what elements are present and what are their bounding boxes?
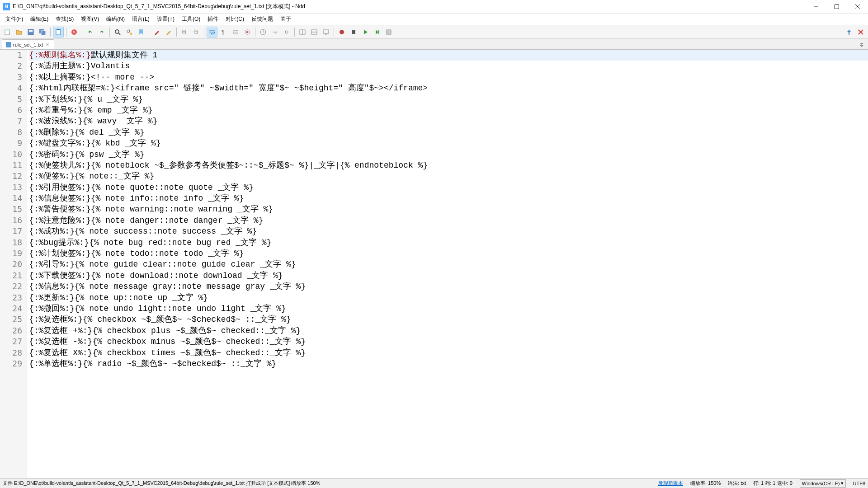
svg-rect-1 — [835, 5, 839, 9]
find-icon[interactable] — [112, 27, 123, 38]
tab-close-icon[interactable]: × — [45, 42, 50, 47]
svg-rect-18 — [130, 33, 132, 35]
svg-rect-11 — [57, 29, 60, 30]
code-line[interactable]: {:%便签块儿%:}{% noteblock ~$_参数参考各类便签$~::~$… — [29, 160, 868, 171]
svg-text:¶: ¶ — [222, 29, 224, 35]
macro-save-icon[interactable] — [383, 27, 394, 38]
menu-compare[interactable]: 对比(C) — [222, 14, 248, 24]
code-line[interactable]: {:%复选框 -%:}{% checkbox minus ~$_颜色$~ che… — [29, 336, 868, 347]
zoom-out-icon[interactable] — [191, 27, 202, 38]
undo-icon[interactable] — [85, 27, 95, 38]
menu-feedback[interactable]: 反馈问题 — [248, 14, 277, 24]
menu-plugins[interactable]: 插件 — [204, 14, 222, 24]
code-line[interactable]: {:%单选框%:}{% radio ~$_颜色$~ ~$checked$~ ::… — [29, 358, 868, 369]
open-file-icon[interactable] — [14, 27, 24, 38]
code-line[interactable]: {:%适用主题%:}Volantis — [29, 61, 868, 71]
svg-rect-5 — [5, 29, 9, 31]
macro-record-icon[interactable] — [336, 27, 347, 38]
code-line[interactable]: {:%更新%:}{% note up::note up _文字 %} — [29, 292, 868, 303]
split-v-icon[interactable] — [309, 27, 320, 38]
close-button[interactable] — [847, 0, 868, 13]
bookmark-icon[interactable] — [136, 27, 146, 38]
code-line[interactable]: {:%着重号%:}{% emp _文字 %} — [29, 105, 868, 116]
code-line[interactable]: {:%规则集名%:}默认规则集文件 1 — [29, 50, 868, 61]
close-tab-icon[interactable] — [69, 27, 80, 38]
code-line[interactable]: {:%下载便签%:}{% note download::note downloa… — [29, 270, 868, 281]
save-all-icon[interactable] — [37, 27, 48, 38]
svg-line-23 — [185, 33, 187, 34]
zoom-level: 缩放率: 150% — [690, 480, 721, 487]
monitor-icon[interactable] — [321, 27, 331, 38]
code-area[interactable]: {:%规则集名%:}默认规则集文件 1{:%适用主题%:}Volantis{:%… — [27, 50, 868, 478]
word-wrap-icon[interactable] — [207, 27, 217, 38]
clipboard-icon[interactable] — [53, 27, 64, 38]
code-line[interactable]: {:%密码%:}{% psw _文字 %} — [29, 149, 868, 160]
menu-file[interactable]: 文件(F) — [2, 14, 27, 24]
code-line[interactable]: {:%bug提示%:}{% note bug red::note bug red… — [29, 237, 868, 248]
split-h-icon[interactable] — [297, 27, 308, 38]
save-icon[interactable] — [25, 27, 36, 38]
code-line[interactable]: {:%复选框%:}{% checkbox ~$_颜色$~ ~$checked$~… — [29, 314, 868, 325]
pin-icon[interactable] — [844, 27, 854, 38]
code-line[interactable]: {:%计划便签%:}{% note todo::note todo _文字 %} — [29, 248, 868, 259]
svg-point-34 — [246, 31, 248, 33]
collapse-icon[interactable] — [857, 40, 866, 49]
clock-icon[interactable] — [258, 27, 269, 38]
replace-icon[interactable] — [124, 27, 135, 38]
arrow-right-icon[interactable] — [269, 27, 280, 38]
close-all-icon[interactable] — [855, 27, 866, 38]
code-line[interactable]: {:%html内联框架=%:}<iframe src="_链接" ~$width… — [29, 83, 868, 94]
update-link[interactable]: 发现新版本 — [658, 480, 683, 487]
menu-settings[interactable]: 设置(T) — [153, 14, 178, 24]
menu-encoding[interactable]: 编码(N) — [103, 14, 128, 24]
code-line[interactable]: {:%复选框 +%:}{% checkbox plus ~$_颜色$~ chec… — [29, 325, 868, 336]
svg-rect-47 — [387, 30, 391, 34]
code-line[interactable]: {:%信息便签%:}{% note info::note info _文字 %} — [29, 193, 868, 204]
code-line[interactable]: {:%信息%:}{% note message gray::note messa… — [29, 281, 868, 292]
code-line[interactable]: {:%复选框 X%:}{% checkbox times ~$_颜色$~ che… — [29, 347, 868, 358]
code-line[interactable]: {:%引用便签%:}{% note quote::note quote _文字 … — [29, 182, 868, 193]
code-line[interactable]: {:%成功%:}{% note success::note success _文… — [29, 226, 868, 237]
menu-edit[interactable]: 编辑(E) — [27, 14, 52, 24]
zoom-in-icon[interactable] — [179, 27, 190, 38]
menu-about[interactable]: 关于 — [277, 14, 295, 24]
maximize-button[interactable] — [826, 0, 847, 13]
link-icon[interactable] — [281, 27, 292, 38]
menu-tools[interactable]: 工具(O) — [178, 14, 204, 24]
menu-search[interactable]: 查找(S) — [52, 14, 77, 24]
code-line[interactable]: {:%下划线%:}{% u _文字 %} — [29, 94, 868, 105]
macro-repeat-icon[interactable] — [372, 27, 382, 38]
code-line[interactable]: {:%注意危险%:}{% note danger::note danger _文… — [29, 215, 868, 226]
code-line[interactable]: {:%撤回%:}{% note undo light::note undo li… — [29, 303, 868, 314]
indent-icon[interactable] — [230, 27, 241, 38]
svg-line-26 — [197, 33, 198, 34]
code-line[interactable]: {:%键盘文字%:}{% kbd _文字 %} — [29, 138, 868, 149]
code-line[interactable]: {:%警告便签%:}{% note warning::note warning … — [29, 204, 868, 215]
highlight-red-icon[interactable] — [151, 27, 162, 38]
code-line[interactable]: {:%以上摘要%:}<!-- more --> — [29, 72, 868, 83]
svg-rect-45 — [352, 30, 355, 34]
svg-rect-9 — [41, 31, 46, 35]
code-line[interactable]: {:%引导%:}{% note guide clear::note guide … — [29, 259, 868, 270]
code-line[interactable]: {:%删除%:}{% del _文字 %} — [29, 127, 868, 138]
code-line[interactable]: {:%便签%:}{% note::_文字 %} — [29, 171, 868, 182]
menu-bar: 文件(F) 编辑(E) 查找(S) 视图(V) 编码(N) 语言(L) 设置(T… — [0, 14, 868, 25]
menu-language[interactable]: 语言(L) — [128, 14, 153, 24]
macro-play-icon[interactable] — [360, 27, 371, 38]
highlight-yellow-icon[interactable] — [163, 27, 174, 38]
syntax-language: 语法: txt — [728, 480, 746, 487]
app-icon: N — [3, 3, 10, 10]
redo-icon[interactable] — [96, 27, 107, 38]
show-symbols-icon[interactable]: ¶ — [218, 27, 229, 38]
svg-rect-7 — [29, 30, 33, 32]
record-icon[interactable] — [242, 27, 253, 38]
window-title: E:\D_ONE\qt\build-volantis_assistant-Des… — [13, 3, 806, 10]
menu-view[interactable]: 视图(V) — [77, 14, 103, 24]
code-line[interactable]: {:%波浪线%:}{% wavy _文字 %} — [29, 116, 868, 127]
new-file-icon[interactable] — [2, 27, 13, 38]
minimize-button[interactable] — [806, 0, 826, 13]
macro-stop-icon[interactable] — [348, 27, 359, 38]
tab-rule-set[interactable]: rule_set_1.txt × — [2, 39, 54, 49]
svg-point-17 — [127, 30, 130, 33]
eol-selector[interactable]: Windows(CR LF)▾ — [800, 479, 846, 488]
